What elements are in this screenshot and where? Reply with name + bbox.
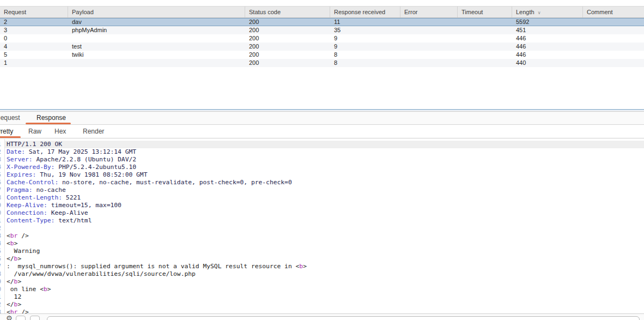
response-line-18: /var/www/dvwa/vulnerabilities/sqli/sourc… bbox=[0, 270, 644, 278]
response-line-7: Pragma: no-cache bbox=[0, 186, 644, 194]
cell-request: 1 bbox=[0, 59, 68, 67]
cell-error bbox=[400, 51, 458, 59]
cell-status_code: 200 bbox=[245, 51, 330, 59]
cell-status_code: 200 bbox=[245, 59, 330, 67]
column-header-response-received[interactable]: Response received bbox=[330, 7, 400, 17]
cell-comment bbox=[583, 26, 644, 34]
cell-response_received: 9 bbox=[330, 43, 400, 51]
view-tab-strip: Pretty Raw Hex Render bbox=[0, 125, 644, 138]
column-header-timeout[interactable]: Timeout bbox=[458, 7, 512, 17]
response-line-6: Cache-Control: no-store, no-cache, must-… bbox=[0, 179, 644, 186]
response-line-8: Content-Length: 5221 bbox=[0, 194, 644, 202]
cell-payload bbox=[68, 59, 245, 67]
results-table-header: RequestPayloadStatus codeResponse receiv… bbox=[0, 6, 644, 18]
response-line-16: </b> bbox=[0, 255, 644, 263]
cell-response_received: 35 bbox=[330, 26, 400, 34]
response-line-22: </b> bbox=[0, 301, 644, 309]
table-row-request-3[interactable]: 3phpMyAdmin20035451 bbox=[0, 26, 644, 34]
column-header-status-code[interactable]: Status code bbox=[245, 7, 330, 17]
burp-intruder-attack-window: RequestPayloadStatus codeResponse receiv… bbox=[0, 0, 644, 320]
response-line-20: on line <b> bbox=[0, 286, 644, 293]
cell-length: 440 bbox=[512, 59, 583, 67]
response-line-5: Expires: Thu, 19 Nov 1981 08:52:00 GMT bbox=[0, 171, 644, 179]
cell-error bbox=[400, 34, 458, 43]
cell-payload: twiki bbox=[68, 51, 245, 59]
response-editor[interactable]: 1234567891011121314151617181920212223 HT… bbox=[0, 139, 644, 313]
sort-chevron-down-icon: ∨ bbox=[538, 10, 541, 15]
cell-response_received: 11 bbox=[330, 18, 400, 26]
response-line-19: </b> bbox=[0, 278, 644, 286]
cell-response_received: 8 bbox=[330, 51, 400, 59]
column-header-request[interactable]: Request bbox=[0, 7, 68, 17]
response-line-1: HTTP/1.1 200 OK bbox=[5, 141, 644, 148]
tab-request[interactable]: Request bbox=[0, 112, 20, 124]
cell-length: 451 bbox=[512, 26, 583, 34]
cell-comment bbox=[583, 59, 644, 67]
search-next-button[interactable] bbox=[30, 316, 40, 320]
cell-timeout bbox=[458, 26, 512, 34]
table-row-request-4[interactable]: 4test2009446 bbox=[0, 43, 644, 51]
cell-timeout bbox=[458, 59, 512, 67]
cell-comment bbox=[583, 18, 644, 26]
cell-payload: phpMyAdmin bbox=[68, 26, 245, 34]
cell-status_code: 200 bbox=[245, 26, 330, 34]
cell-timeout bbox=[458, 43, 512, 51]
cell-response_received: 8 bbox=[330, 59, 400, 67]
cell-length: 5592 bbox=[512, 18, 583, 26]
response-line-10: Connection: Keep-Alive bbox=[0, 209, 644, 217]
response-line-3: Server: Apache/2.2.8 (Ubuntu) DAV/2 bbox=[0, 156, 644, 164]
cell-request: 4 bbox=[0, 43, 68, 51]
table-row-request-2[interactable]: 2dav200115592 bbox=[0, 18, 644, 26]
response-line-23: <br /> bbox=[0, 309, 644, 313]
column-header-error[interactable]: Error bbox=[400, 7, 458, 17]
cell-request: 3 bbox=[0, 26, 68, 34]
search-prev-button[interactable] bbox=[16, 316, 26, 320]
search-input[interactable] bbox=[47, 316, 640, 320]
cell-length: 446 bbox=[512, 43, 583, 51]
results-table-body: 2dav2001155923phpMyAdmin2003545102009446… bbox=[0, 18, 644, 67]
cell-timeout bbox=[458, 18, 512, 26]
active-tab-underline bbox=[26, 123, 71, 124]
column-header-comment[interactable]: Comment bbox=[583, 7, 644, 17]
cell-error bbox=[400, 18, 458, 26]
message-tab-strip: Request Response bbox=[0, 112, 644, 125]
response-line-13: <br /> bbox=[0, 232, 644, 240]
table-row-request-5[interactable]: 5twiki2008446 bbox=[0, 51, 644, 59]
cell-payload: dav bbox=[68, 18, 245, 26]
attack-results-panel: RequestPayloadStatus codeResponse receiv… bbox=[0, 0, 644, 109]
cell-timeout bbox=[458, 34, 512, 43]
column-header-payload[interactable]: Payload bbox=[68, 7, 245, 17]
cell-payload: test bbox=[68, 43, 245, 51]
cell-error bbox=[400, 43, 458, 51]
tab-render[interactable]: Render bbox=[83, 125, 104, 138]
cell-length: 446 bbox=[512, 34, 583, 43]
tab-hex[interactable]: Hex bbox=[54, 125, 66, 138]
cell-comment bbox=[583, 51, 644, 59]
cell-status_code: 200 bbox=[245, 43, 330, 51]
active-view-underline bbox=[0, 136, 21, 138]
response-line-14: <b> bbox=[0, 240, 644, 247]
cell-response_received: 9 bbox=[330, 34, 400, 43]
response-line-9: Keep-Alive: timeout=15, max=100 bbox=[0, 202, 644, 209]
response-line-11: Content-Type: text/html bbox=[0, 217, 644, 225]
response-line-12 bbox=[0, 225, 644, 232]
response-line-17: : mysql_numrows(): supplied argument is … bbox=[0, 263, 644, 270]
column-header-length[interactable]: Length∨ bbox=[512, 7, 583, 17]
response-line-4: X-Powered-By: PHP/5.2.4-2ubuntu5.10 bbox=[0, 164, 644, 171]
cell-request: 5 bbox=[0, 51, 68, 59]
cell-comment bbox=[583, 43, 644, 51]
cell-error bbox=[400, 26, 458, 34]
gear-icon[interactable]: ⚙ bbox=[6, 315, 13, 320]
response-text: HTTP/1.1 200 OKDate: Sat, 17 May 2025 13… bbox=[0, 141, 644, 313]
cell-status_code: 200 bbox=[245, 34, 330, 43]
tab-raw[interactable]: Raw bbox=[28, 125, 41, 138]
cell-length: 446 bbox=[512, 51, 583, 59]
table-row-request-0[interactable]: 02009446 bbox=[0, 34, 644, 43]
cell-payload bbox=[68, 34, 245, 43]
cell-request: 2 bbox=[0, 18, 68, 26]
response-line-15: Warning bbox=[0, 247, 644, 255]
response-line-2: Date: Sat, 17 May 2025 13:12:14 GMT bbox=[0, 148, 644, 156]
table-row-request-1[interactable]: 12008440 bbox=[0, 59, 644, 67]
editor-search-bar: ⚙ bbox=[0, 313, 644, 320]
cell-timeout bbox=[458, 51, 512, 59]
